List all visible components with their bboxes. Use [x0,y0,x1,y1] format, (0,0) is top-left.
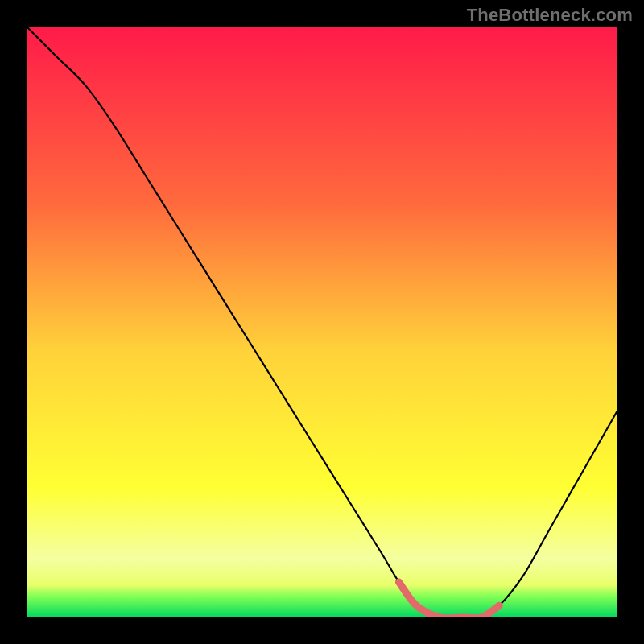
optimal-range-highlight [398,582,499,617]
chart-frame: TheBottleneck.com [0,0,644,644]
curve-path [27,27,617,617]
plot-area [27,27,617,617]
bottleneck-curve [27,27,617,617]
attribution-text: TheBottleneck.com [467,5,633,26]
gradient-background [27,27,617,617]
svg-rect-0 [27,27,617,617]
